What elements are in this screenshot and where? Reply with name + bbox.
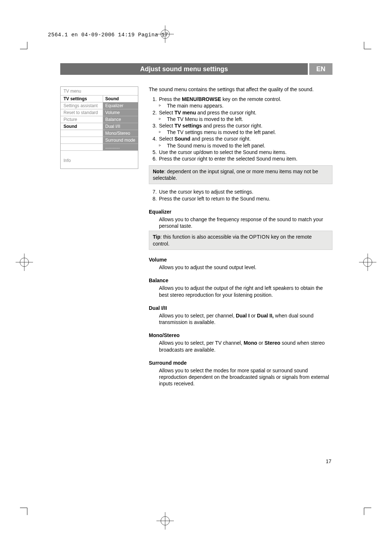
text: Allows you to select, per channel,: [159, 313, 236, 319]
balance-body: Allows you to adjust the output of the r…: [149, 285, 332, 298]
text: Use the cursor up/down to select the Sou…: [159, 149, 287, 155]
text-smallcaps: OPTION: [249, 234, 270, 240]
equalizer-body: Allows you to change the frequency respo…: [149, 216, 332, 229]
menu-left-empty1: [61, 130, 103, 137]
step-3: 3. Select TV settings and press the curs…: [149, 122, 332, 135]
step-1-result: The main menu appears.: [159, 102, 332, 109]
surround-body: Allows you to select the modes for more …: [149, 367, 332, 387]
text: Press the cursor right to enter the sele…: [159, 156, 297, 162]
text-bold: Mono: [244, 340, 257, 346]
text: Use the cursor keys to adjust the settin…: [159, 189, 253, 195]
note-box: Note: dependent on the input signal, one…: [149, 165, 332, 184]
menu-header: TV menu: [61, 87, 138, 96]
step-8: 8.Press the cursor left to return to the…: [149, 195, 332, 202]
equalizer-heading: Equalizer: [149, 208, 332, 215]
title-bar: Adjust sound menu settings EN: [60, 63, 332, 75]
step-6: 6.Press the cursor right to enter the se…: [149, 155, 332, 162]
menu-right-surround: Surround mode: [103, 137, 138, 143]
registration-mark-bottom: [156, 512, 174, 530]
menu-right-balance: Balance: [103, 116, 138, 123]
menu-right-volume: Volume: [103, 109, 138, 116]
volume-body: Allows you to adjust the sound output le…: [149, 264, 332, 271]
step-2: 2. Select TV menu and press the cursor r…: [149, 109, 332, 122]
content-body: The sound menu contains the settings tha…: [149, 86, 332, 389]
dual-body: Allows you to select, per channel, Dual …: [149, 312, 332, 325]
menu-right-dual: Dual I/II: [103, 123, 138, 130]
balance-heading: Balance: [149, 277, 332, 284]
intro-text: The sound menu contains the settings tha…: [149, 86, 332, 93]
step-3-result: The TV settings menu is moved to the lef…: [159, 129, 332, 135]
text: and press the cursor right.: [196, 110, 257, 116]
text: Press the: [159, 96, 182, 102]
menu-right-mono: Mono/Stereo: [103, 130, 138, 137]
menu-left-tv-settings: TV settings: [61, 96, 103, 102]
menu-info: Info: [61, 151, 138, 169]
step-1: 1. Press the MENU/BROWSE key on the remo…: [149, 96, 332, 109]
menu-left-empty3: [61, 144, 103, 150]
note-text: : dependent on the input signal, one or …: [153, 169, 318, 181]
text: key on the remote control.: [221, 96, 281, 102]
text-bold: TV menu: [175, 110, 196, 116]
step-4: 4. Select Sound and press the cursor rig…: [149, 135, 332, 149]
language-badge: EN: [309, 63, 332, 75]
steps-list: 1. Press the MENU/BROWSE key on the remo…: [149, 96, 332, 162]
text-bold: TV settings: [175, 123, 202, 129]
menu-left-empty2: [61, 137, 103, 143]
step-2-result: The TV Menu is moved to the left.: [159, 116, 332, 122]
text: Select: [159, 110, 175, 116]
text: or: [250, 313, 257, 319]
text: Select: [159, 123, 175, 129]
step-7: 7.Use the cursor keys to adjust the sett…: [149, 189, 332, 195]
volume-heading: Volume: [149, 256, 332, 263]
step-5: 5.Use the cursor up/down to select the S…: [149, 149, 332, 155]
text: Select: [159, 136, 175, 142]
text-bold: Stereo: [265, 340, 281, 346]
menu-left-reset: Reset to standard: [61, 109, 103, 116]
crop-mark-br: [357, 501, 371, 515]
surround-heading: Surround mode: [149, 360, 332, 366]
mono-heading: Mono/Stereo: [149, 332, 332, 339]
text-bold: MENU/BROWSE: [182, 96, 221, 102]
step-4-result: The Sound menu is moved to the left pane…: [159, 142, 332, 149]
text: or: [257, 340, 265, 346]
crop-mark-bl: [20, 501, 34, 515]
menu-left-settings-assistant: Settings assistant: [61, 102, 103, 109]
menu-right-equalizer: Equalizer: [103, 102, 138, 109]
steps-list-2: 7.Use the cursor keys to adjust the sett…: [149, 189, 332, 202]
crop-mark-tl: [20, 42, 34, 56]
equalizer-tip: Tip: this function is also accessible vi…: [149, 231, 332, 250]
menu-right-sound: Sound: [103, 96, 138, 102]
text-bold: Dual I: [236, 313, 250, 319]
page-number: 17: [326, 458, 331, 464]
print-header-line: 2564.1 en 04-09-2006 14:19 Pagina 17: [48, 32, 168, 38]
registration-mark-right: [359, 254, 376, 271]
registration-mark-left: [16, 254, 33, 271]
text: Press the cursor left to return to the S…: [159, 196, 270, 202]
crop-mark-tr: [357, 42, 371, 56]
page-title: Adjust sound menu settings: [60, 63, 308, 75]
text-bold: Dual II,: [257, 313, 274, 319]
tv-menu-illustration: TV menu TV settings Sound Settings assis…: [60, 86, 138, 169]
text: Allows you to select, per TV channel,: [159, 340, 244, 346]
dual-heading: Dual I/II: [149, 305, 332, 311]
mono-body: Allows you to select, per TV channel, Mo…: [149, 340, 332, 353]
note-label: Note: [153, 169, 164, 174]
registration-mark-top: [156, 25, 174, 43]
menu-left-picture: Picture: [61, 116, 103, 123]
text: and press the cursor right.: [202, 123, 262, 129]
menu-right-more: ............: [103, 144, 138, 150]
text: : this function is also accessible via t…: [160, 234, 249, 240]
text-bold: Sound: [175, 136, 191, 142]
text: and press the cursor right.: [190, 136, 251, 142]
menu-left-sound: Sound: [61, 123, 103, 130]
tip-label: Tip: [153, 234, 160, 240]
